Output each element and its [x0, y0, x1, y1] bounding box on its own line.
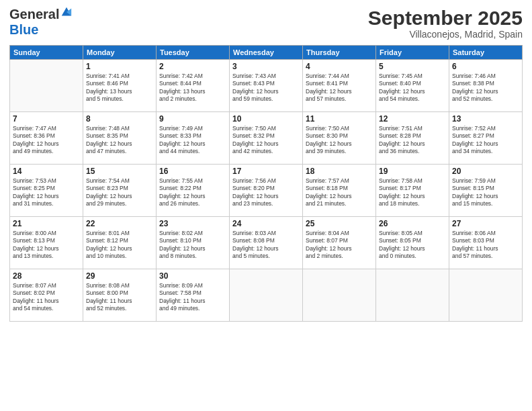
subtitle: Villaconejos, Madrid, Spain	[368, 29, 523, 40]
day-number: 19	[379, 167, 446, 176]
day-info: Sunrise: 7:55 AMSunset: 8:22 PMDaylight:…	[159, 177, 226, 208]
day-number: 21	[13, 219, 80, 228]
table-row: 17Sunrise: 7:56 AMSunset: 8:20 PMDayligh…	[230, 165, 303, 217]
day-number: 6	[452, 62, 519, 71]
table-row: 14Sunrise: 7:53 AMSunset: 8:25 PMDayligh…	[10, 165, 83, 217]
table-row: 28Sunrise: 8:07 AMSunset: 8:02 PMDayligh…	[10, 269, 83, 322]
calendar-header-row: Sunday Monday Tuesday Wednesday Thursday…	[10, 46, 523, 60]
table-row: 16Sunrise: 7:55 AMSunset: 8:22 PMDayligh…	[157, 165, 230, 217]
day-info: Sunrise: 7:56 AMSunset: 8:20 PMDaylight:…	[232, 177, 300, 208]
table-row: 2Sunrise: 7:42 AMSunset: 8:44 PMDaylight…	[157, 60, 230, 112]
table-row: 1Sunrise: 7:41 AMSunset: 8:46 PMDaylight…	[83, 60, 157, 112]
col-wednesday: Wednesday	[230, 46, 303, 60]
day-info: Sunrise: 7:54 AMSunset: 8:23 PMDaylight:…	[86, 177, 153, 208]
table-row	[449, 269, 523, 322]
table-row: 13Sunrise: 7:52 AMSunset: 8:27 PMDayligh…	[449, 112, 523, 165]
day-info: Sunrise: 8:07 AMSunset: 8:02 PMDaylight:…	[13, 282, 80, 313]
day-number: 20	[452, 167, 519, 176]
col-saturday: Saturday	[449, 46, 523, 60]
day-number: 8	[86, 114, 153, 124]
day-number: 14	[13, 167, 80, 176]
col-friday: Friday	[376, 46, 449, 60]
day-number: 27	[452, 219, 519, 228]
table-row: 5Sunrise: 7:45 AMSunset: 8:40 PMDaylight…	[376, 60, 449, 112]
day-number: 1	[86, 62, 153, 71]
table-row	[10, 60, 83, 112]
day-info: Sunrise: 7:45 AMSunset: 8:40 PMDaylight:…	[379, 73, 446, 103]
day-number: 17	[232, 167, 300, 176]
day-info: Sunrise: 8:05 AMSunset: 8:05 PMDaylight:…	[379, 230, 446, 261]
day-info: Sunrise: 7:49 AMSunset: 8:33 PMDaylight:…	[159, 125, 226, 156]
table-row: 18Sunrise: 7:57 AMSunset: 8:18 PMDayligh…	[303, 165, 376, 217]
day-number: 9	[159, 114, 226, 124]
day-info: Sunrise: 7:48 AMSunset: 8:35 PMDaylight:…	[86, 125, 153, 156]
day-info: Sunrise: 8:08 AMSunset: 8:00 PMDaylight:…	[86, 282, 153, 313]
table-row: 27Sunrise: 8:06 AMSunset: 8:03 PMDayligh…	[449, 217, 523, 269]
day-number: 4	[306, 62, 373, 71]
table-row: 4Sunrise: 7:44 AMSunset: 8:41 PMDaylight…	[303, 60, 376, 112]
table-row: 23Sunrise: 8:02 AMSunset: 8:10 PMDayligh…	[157, 217, 230, 269]
table-row: 3Sunrise: 7:43 AMSunset: 8:43 PMDaylight…	[230, 60, 303, 112]
table-row: 20Sunrise: 7:59 AMSunset: 8:15 PMDayligh…	[449, 165, 523, 217]
day-number: 22	[86, 219, 153, 228]
day-info: Sunrise: 8:02 AMSunset: 8:10 PMDaylight:…	[159, 230, 226, 261]
table-row: 30Sunrise: 8:09 AMSunset: 7:58 PMDayligh…	[157, 269, 230, 322]
table-row: 19Sunrise: 7:58 AMSunset: 8:17 PMDayligh…	[376, 165, 449, 217]
day-number: 16	[159, 167, 226, 176]
table-row: 6Sunrise: 7:46 AMSunset: 8:38 PMDaylight…	[449, 60, 523, 112]
day-info: Sunrise: 7:59 AMSunset: 8:15 PMDaylight:…	[452, 177, 519, 208]
table-row: 12Sunrise: 7:51 AMSunset: 8:28 PMDayligh…	[376, 112, 449, 165]
logo-general-text: General	[9, 7, 59, 22]
header: General Blue September 2025 Villaconejos…	[9, 7, 523, 40]
col-thursday: Thursday	[303, 46, 376, 60]
day-number: 5	[379, 62, 446, 71]
day-number: 7	[13, 114, 80, 124]
day-info: Sunrise: 7:43 AMSunset: 8:43 PMDaylight:…	[232, 73, 300, 103]
day-number: 2	[159, 62, 226, 71]
day-info: Sunrise: 7:47 AMSunset: 8:36 PMDaylight:…	[13, 125, 80, 156]
calendar-week-row: 14Sunrise: 7:53 AMSunset: 8:25 PMDayligh…	[10, 165, 523, 217]
day-info: Sunrise: 8:06 AMSunset: 8:03 PMDaylight:…	[452, 230, 519, 261]
day-number: 29	[86, 271, 153, 281]
table-row: 7Sunrise: 7:47 AMSunset: 8:36 PMDaylight…	[10, 112, 83, 165]
logo-icon	[60, 6, 73, 18]
day-info: Sunrise: 8:09 AMSunset: 7:58 PMDaylight:…	[159, 282, 226, 313]
table-row	[376, 269, 449, 322]
table-row	[303, 269, 376, 322]
day-info: Sunrise: 7:44 AMSunset: 8:41 PMDaylight:…	[306, 73, 373, 103]
day-number: 18	[306, 167, 373, 176]
day-info: Sunrise: 7:50 AMSunset: 8:30 PMDaylight:…	[306, 125, 373, 156]
title-area: September 2025 Villaconejos, Madrid, Spa…	[368, 7, 523, 40]
day-info: Sunrise: 8:03 AMSunset: 8:08 PMDaylight:…	[232, 230, 300, 261]
day-number: 28	[13, 271, 80, 281]
day-number: 12	[379, 114, 446, 124]
col-tuesday: Tuesday	[157, 46, 230, 60]
table-row: 8Sunrise: 7:48 AMSunset: 8:35 PMDaylight…	[83, 112, 157, 165]
day-number: 24	[232, 219, 300, 228]
day-number: 30	[159, 271, 226, 281]
table-row: 21Sunrise: 8:00 AMSunset: 8:13 PMDayligh…	[10, 217, 83, 269]
col-sunday: Sunday	[10, 46, 83, 60]
day-info: Sunrise: 7:53 AMSunset: 8:25 PMDaylight:…	[13, 177, 80, 208]
table-row: 29Sunrise: 8:08 AMSunset: 8:00 PMDayligh…	[83, 269, 157, 322]
main-title: September 2025	[368, 7, 523, 29]
table-row: 10Sunrise: 7:50 AMSunset: 8:32 PMDayligh…	[230, 112, 303, 165]
table-row: 11Sunrise: 7:50 AMSunset: 8:30 PMDayligh…	[303, 112, 376, 165]
logo: General Blue	[9, 7, 73, 38]
day-number: 10	[232, 114, 300, 124]
calendar-week-row: 28Sunrise: 8:07 AMSunset: 8:02 PMDayligh…	[10, 269, 523, 322]
day-info: Sunrise: 8:01 AMSunset: 8:12 PMDaylight:…	[86, 230, 153, 261]
table-row: 15Sunrise: 7:54 AMSunset: 8:23 PMDayligh…	[83, 165, 157, 217]
day-number: 13	[452, 114, 519, 124]
day-number: 11	[306, 114, 373, 124]
day-number: 23	[159, 219, 226, 228]
calendar-week-row: 1Sunrise: 7:41 AMSunset: 8:46 PMDaylight…	[10, 60, 523, 112]
table-row: 24Sunrise: 8:03 AMSunset: 8:08 PMDayligh…	[230, 217, 303, 269]
calendar-table: Sunday Monday Tuesday Wednesday Thursday…	[9, 45, 523, 322]
day-info: Sunrise: 7:51 AMSunset: 8:28 PMDaylight:…	[379, 125, 446, 156]
day-info: Sunrise: 7:57 AMSunset: 8:18 PMDaylight:…	[306, 177, 373, 208]
table-row: 22Sunrise: 8:01 AMSunset: 8:12 PMDayligh…	[83, 217, 157, 269]
table-row: 9Sunrise: 7:49 AMSunset: 8:33 PMDaylight…	[157, 112, 230, 165]
day-info: Sunrise: 7:58 AMSunset: 8:17 PMDaylight:…	[379, 177, 446, 208]
calendar-week-row: 7Sunrise: 7:47 AMSunset: 8:36 PMDaylight…	[10, 112, 523, 165]
